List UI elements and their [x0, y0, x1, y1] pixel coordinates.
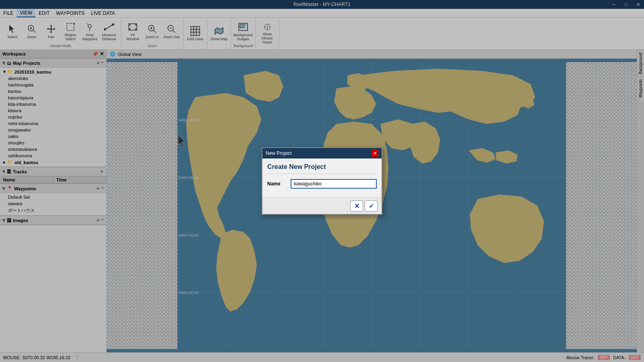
dialog-body: Create New Project Name	[262, 158, 382, 197]
dialog-heading: Create New Project	[267, 163, 377, 174]
name-label: Name	[267, 181, 287, 187]
name-form-row: Name	[267, 179, 377, 189]
new-project-dialog: New Project ✕ Create New Project Name ✕ …	[262, 147, 382, 215]
dialog-titlebar: New Project ✕	[262, 148, 382, 158]
modal-overlay[interactable]: New Project ✕ Create New Project Name ✕ …	[0, 0, 644, 362]
dialog-footer: ✕ ✓	[262, 197, 382, 214]
dialog-confirm-button[interactable]: ✓	[365, 200, 378, 212]
dialog-title: New Project	[266, 150, 292, 156]
dialog-close-button[interactable]: ✕	[371, 150, 378, 157]
dialog-cancel-button[interactable]: ✕	[350, 200, 363, 212]
name-input[interactable]	[291, 179, 377, 189]
